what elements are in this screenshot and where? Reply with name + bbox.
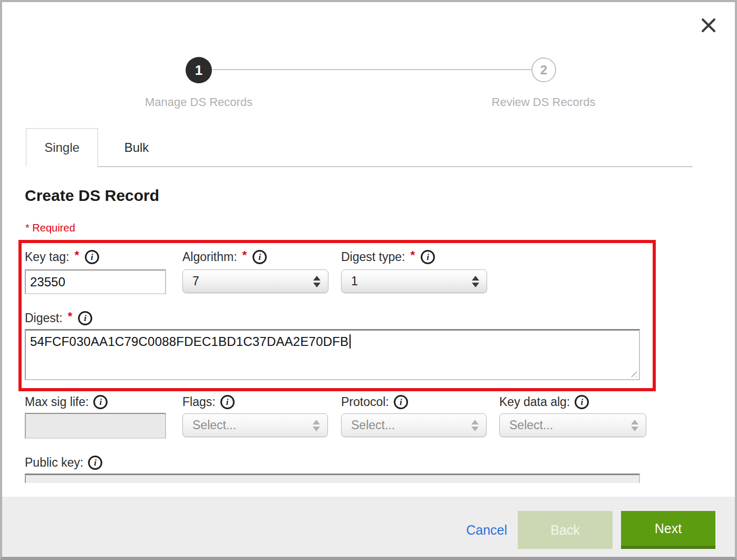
create-ds-record-dialog: 1 2 Manage DS Records Review DS Records … [0, 0, 737, 560]
stepper-step-2-circle: 2 [531, 57, 556, 82]
digest-textarea[interactable]: 54FCF030AA1C79C0088FDEC1BD1C37DAA2E70DFB [25, 329, 640, 380]
select-arrows-icon [313, 276, 321, 287]
stepper-connector [212, 69, 531, 70]
select-arrows-icon [472, 276, 479, 287]
flags-select-value: Select... [192, 418, 313, 432]
digest-type-select[interactable]: 1 [341, 269, 487, 293]
tab-single-label: Single [44, 140, 80, 155]
required-asterisk: * [74, 248, 79, 262]
protocol-label: Protocol: i [341, 393, 408, 410]
digest-label: Digest: * i [25, 310, 92, 326]
flags-label: Flags: i [182, 393, 235, 410]
public-key-label: Public key: i [25, 454, 102, 471]
tab-bulk-label: Bulk [124, 140, 149, 155]
key-data-alg-select: Select... [499, 413, 646, 437]
digest-info-icon[interactable]: i [78, 311, 92, 325]
select-arrows-icon [471, 420, 479, 431]
stepper-step-1-number: 1 [195, 62, 202, 79]
cancel-button[interactable]: Cancel [466, 523, 507, 538]
tab-bulk[interactable]: Bulk [98, 128, 175, 167]
algorithm-info-icon[interactable]: i [253, 250, 267, 264]
select-arrows-icon [631, 420, 638, 431]
page-title: Create DS Record [25, 187, 159, 205]
public-key-info-icon[interactable]: i [88, 456, 102, 470]
back-button: Back [518, 511, 613, 549]
dialog-footer: Cancel Back Next [2, 497, 735, 557]
stepper-step-2-label: Review DS Records [438, 95, 649, 109]
public-key-textarea [25, 474, 640, 483]
flags-select: Select... [182, 413, 328, 437]
digest-type-info-icon[interactable]: i [421, 250, 435, 264]
select-arrows-icon [313, 420, 320, 431]
required-asterisk: * [243, 248, 247, 262]
algorithm-select-value: 7 [192, 274, 313, 288]
stepper-step-2-number: 2 [540, 63, 547, 78]
resize-grip-icon[interactable] [628, 369, 637, 377]
key-tag-info-icon[interactable]: i [85, 250, 99, 264]
max-sig-life-label: Max sig life: i [25, 393, 108, 410]
protocol-info-icon[interactable]: i [394, 395, 408, 409]
required-asterisk: * [410, 248, 415, 262]
max-sig-life-input [25, 413, 166, 439]
algorithm-select[interactable]: 7 [182, 269, 328, 293]
flags-info-icon[interactable]: i [220, 395, 235, 409]
protocol-select: Select... [341, 413, 487, 437]
protocol-select-value: Select... [351, 418, 471, 432]
required-note: * Required [25, 222, 75, 234]
close-icon[interactable] [700, 17, 717, 34]
next-button[interactable]: Next [621, 511, 715, 549]
stepper-step-1-circle: 1 [186, 57, 212, 83]
digest-type-label: Digest type: * i [341, 248, 435, 265]
max-sig-life-info-icon[interactable]: i [93, 395, 108, 409]
stepper-step-1-label: Manage DS Records [93, 95, 304, 109]
tabs-divider [98, 166, 693, 167]
key-tag-input[interactable] [25, 269, 166, 294]
key-data-alg-select-value: Select... [509, 418, 631, 432]
tab-single[interactable]: Single [26, 128, 98, 167]
key-data-alg-info-icon[interactable]: i [575, 395, 589, 409]
key-data-alg-label: Key data alg: i [499, 393, 589, 410]
required-asterisk: * [68, 310, 73, 323]
digest-value: 54FCF030AA1C79C0088FDEC1BD1C37DAA2E70DFB [30, 334, 348, 349]
digest-type-select-value: 1 [351, 274, 472, 288]
key-tag-label: Key tag: * i [25, 248, 99, 265]
text-cursor [350, 334, 351, 349]
algorithm-label: Algorithm: * i [182, 248, 267, 265]
